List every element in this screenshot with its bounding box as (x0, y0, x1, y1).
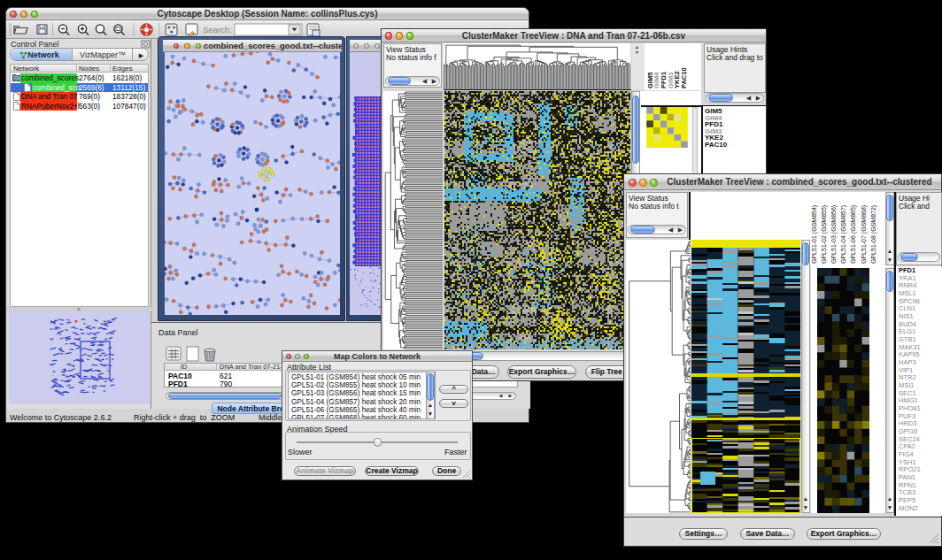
svg-text:GPL51-07 (GSM868): GPL51-07 (GSM868) (861, 205, 868, 264)
svg-text:GPL51-06 (GSM865): GPL51-06 (GSM865) (850, 205, 857, 264)
svg-text:GPL51-04 (GSM857): GPL51-04 (GSM857) (840, 205, 847, 264)
svg-text:GPL51-03 (GSM856): GPL51-03 (GSM856) (830, 205, 838, 264)
svg-text:GPL51-08 (GSM872): GPL51-08 (GSM872) (870, 205, 877, 264)
svg-text:GPL51-01 (GSM854): GPL51-01 (GSM854) (811, 205, 818, 264)
svg-text:PAC10: PAC10 (680, 67, 688, 88)
svg-text:GPL51-02 (GSM855): GPL51-02 (GSM855) (821, 205, 828, 264)
svg-text:Search:: Search: (203, 25, 232, 35)
